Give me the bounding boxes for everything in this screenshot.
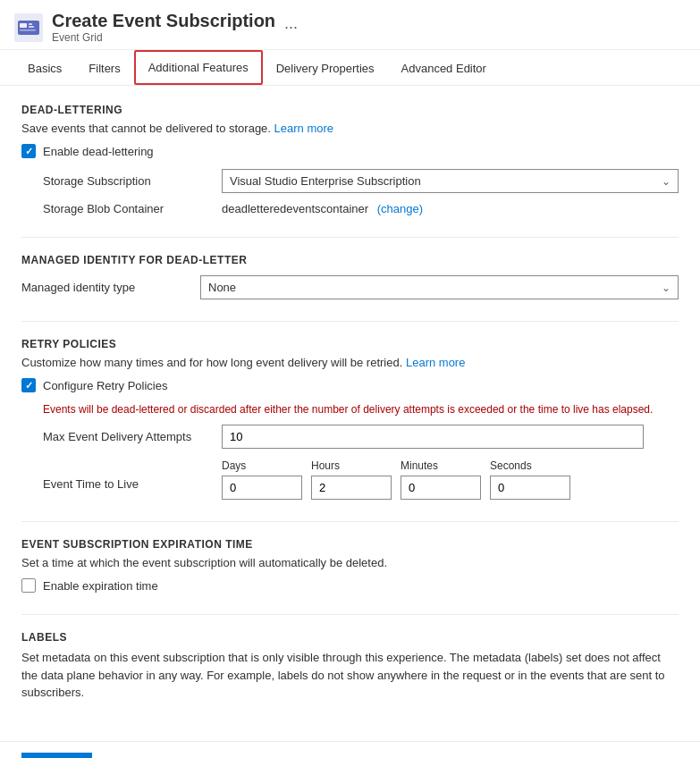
managed-identity-type-field: None ⌄	[200, 275, 679, 299]
seconds-label: Seconds	[490, 459, 570, 472]
tab-bar: Basics Filters Additional Features Deliv…	[0, 50, 700, 86]
days-label: Days	[222, 459, 302, 472]
header-title-block: Create Event Subscription Event Grid	[52, 11, 275, 44]
blob-container-change-link[interactable]: (change)	[377, 202, 423, 215]
retry-policies-desc: Customize how many times and for how lon…	[21, 356, 679, 369]
enable-expiration-label: Enable expiration time	[43, 579, 158, 593]
chevron-down-icon: ⌄	[662, 175, 670, 188]
svg-rect-5	[20, 29, 36, 31]
enable-dead-lettering-label: Enable dead-lettering	[43, 145, 154, 158]
minutes-input[interactable]	[401, 476, 481, 500]
dead-lettering-desc: Save events that cannot be delivered to …	[21, 122, 679, 135]
time-inputs-group: Days Hours Minutes Seconds	[222, 459, 570, 500]
svg-rect-4	[29, 26, 34, 28]
max-delivery-attempts-row: Max Event Delivery Attempts	[43, 425, 679, 449]
configure-retry-label: Configure Retry Policies	[43, 379, 167, 392]
tab-additional-features[interactable]: Additional Features	[134, 50, 263, 85]
retry-policies-section: RETRY POLICIES Customize how many times …	[21, 338, 679, 500]
tab-filters[interactable]: Filters	[75, 52, 133, 85]
storage-subscription-row: Storage Subscription Visual Studio Enter…	[43, 169, 679, 193]
storage-subscription-field: Visual Studio Enterprise Subscription ⌄	[222, 169, 679, 193]
event-grid-icon	[14, 13, 43, 42]
header-ellipsis-menu[interactable]: ···	[284, 18, 298, 37]
seconds-col: Seconds	[490, 459, 570, 500]
page-subtitle: Event Grid	[52, 31, 275, 44]
blob-container-value: deadletteredeventscontainer	[222, 202, 368, 215]
checkmark-icon: ✓	[25, 146, 33, 157]
enable-expiration-checkbox[interactable]	[21, 578, 36, 593]
create-button[interactable]: Create	[21, 753, 92, 759]
enable-dead-lettering-checkbox[interactable]: ✓	[21, 144, 36, 158]
managed-identity-type-label: Managed identity type	[21, 281, 200, 294]
dead-lettering-learn-more[interactable]: Learn more	[274, 122, 333, 135]
page-title: Create Event Subscription	[52, 11, 275, 31]
expiration-section: EVENT SUBSCRIPTION EXPIRATION TIME Set a…	[21, 538, 679, 593]
days-col: Days	[222, 459, 302, 500]
retry-policies-title: RETRY POLICIES	[21, 338, 679, 350]
labels-desc: Set metadata on this event subscription …	[21, 649, 679, 702]
days-input[interactable]	[222, 476, 302, 500]
retry-warning-text: Events will be dead-lettered or discarde…	[43, 403, 657, 416]
managed-identity-title: MANAGED IDENTITY FOR DEAD-LETTER	[21, 254, 679, 266]
hours-label: Hours	[311, 459, 392, 472]
main-content: DEAD-LETTERING Save events that cannot b…	[0, 86, 700, 741]
storage-blob-container-label: Storage Blob Container	[43, 202, 222, 215]
configure-retry-row: ✓ Configure Retry Policies	[21, 378, 679, 392]
divider-3	[21, 521, 679, 522]
storage-subscription-dropdown[interactable]: Visual Studio Enterprise Subscription ⌄	[222, 169, 679, 193]
labels-section: LABELS Set metadata on this event subscr…	[21, 631, 679, 702]
managed-identity-type-row: Managed identity type None ⌄	[21, 275, 679, 299]
tab-delivery-properties[interactable]: Delivery Properties	[263, 52, 388, 85]
minutes-col: Minutes	[401, 459, 481, 500]
page-header: Create Event Subscription Event Grid ···	[0, 0, 700, 50]
max-delivery-attempts-label: Max Event Delivery Attempts	[43, 430, 222, 443]
labels-title: LABELS	[21, 631, 679, 644]
configure-retry-checkbox[interactable]: ✓	[21, 378, 36, 392]
enable-dead-lettering-row: ✓ Enable dead-lettering	[21, 144, 679, 158]
storage-blob-container-field: deadletteredeventscontainer (change)	[222, 202, 679, 215]
hours-col: Hours	[311, 459, 392, 500]
managed-identity-section: MANAGED IDENTITY FOR DEAD-LETTER Managed…	[21, 254, 679, 299]
event-time-to-live-row: Event Time to Live Days Hours Minutes Se…	[43, 459, 679, 500]
retry-policies-learn-more[interactable]: Learn more	[406, 356, 465, 369]
dead-lettering-title: DEAD-LETTERING	[21, 104, 679, 116]
dead-lettering-section: DEAD-LETTERING Save events that cannot b…	[21, 104, 679, 215]
expiration-desc: Set a time at which the event subscripti…	[21, 556, 679, 569]
expiration-title: EVENT SUBSCRIPTION EXPIRATION TIME	[21, 538, 679, 551]
minutes-label: Minutes	[401, 459, 481, 472]
max-delivery-attempts-input[interactable]	[222, 425, 644, 449]
divider-4	[21, 614, 679, 615]
event-time-to-live-label: Event Time to Live	[43, 459, 222, 491]
hours-input[interactable]	[311, 476, 392, 500]
divider-1	[21, 237, 679, 238]
tab-advanced-editor[interactable]: Advanced Editor	[388, 52, 500, 85]
storage-subscription-value: Visual Studio Enterprise Subscription	[230, 174, 421, 188]
managed-identity-type-dropdown[interactable]: None ⌄	[200, 275, 679, 299]
chevron-down-icon-2: ⌄	[662, 282, 670, 294]
footer: Create	[0, 741, 700, 759]
enable-expiration-row: Enable expiration time	[21, 578, 679, 593]
seconds-input[interactable]	[490, 476, 570, 500]
storage-subscription-label: Storage Subscription	[43, 174, 222, 188]
checkmark-icon-2: ✓	[25, 380, 33, 392]
storage-blob-container-row: Storage Blob Container deadletteredevent…	[43, 202, 679, 215]
svg-rect-2	[20, 23, 27, 28]
svg-rect-3	[29, 23, 32, 25]
tab-basics[interactable]: Basics	[14, 52, 75, 85]
divider-2	[21, 321, 679, 322]
managed-identity-type-value: None	[208, 281, 236, 294]
